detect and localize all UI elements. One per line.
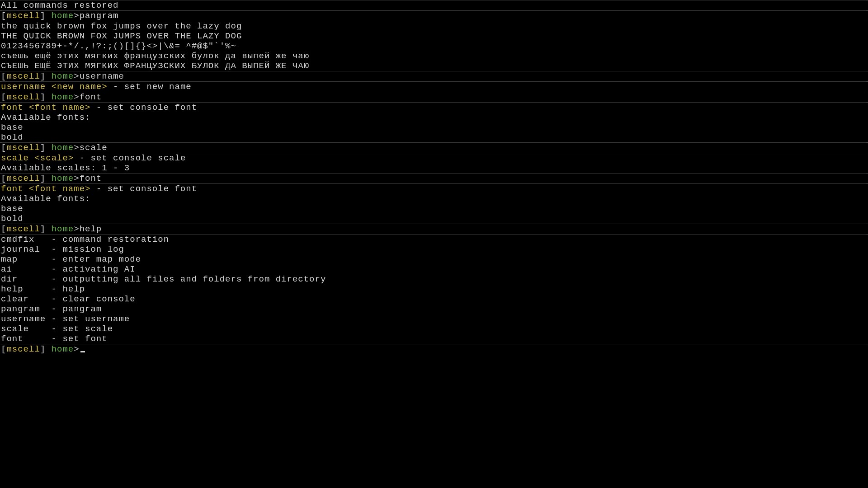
divider [0, 234, 868, 235]
font-usage: font <font name> - set console font Avai… [0, 184, 868, 224]
help-row: scale - set scale [1, 324, 868, 334]
divider [0, 92, 868, 92]
divider [0, 71, 868, 71]
status-restored: All commands restored [1, 0, 868, 10]
terminal[interactable]: All commands restored [mscell] home>pang… [0, 0, 868, 354]
command: username [80, 71, 124, 81]
divider [0, 173, 868, 174]
font-usage: font <font name> - set console font Avai… [0, 103, 868, 142]
command: pangram [80, 11, 119, 21]
divider [0, 81, 868, 82]
divider [0, 10, 868, 11]
prompt-line: [mscell] home>scale [1, 143, 868, 153]
divider [0, 21, 868, 21]
command: font [80, 92, 102, 102]
command: scale [80, 143, 108, 153]
help-row: clear - clear console [1, 294, 868, 304]
help-row: ai - activating AI [1, 264, 868, 274]
divider [0, 183, 868, 184]
help-row: journal - mission log [1, 244, 868, 254]
help-row: username - set username [1, 314, 868, 324]
scale-usage: scale <scale> - set console scale Availa… [0, 153, 868, 173]
divider [0, 102, 868, 103]
divider [0, 142, 868, 143]
help-row: font - set font [1, 334, 868, 344]
prompt-line: [mscell] home>username [1, 71, 868, 81]
prompt-line: [mscell] home>pangram [1, 11, 868, 21]
divider [0, 224, 868, 224]
divider [0, 153, 868, 153]
divider [0, 0, 868, 0]
prompt-line-active[interactable]: [mscell] home> [1, 344, 868, 354]
divider [0, 344, 868, 344]
help-row: help - help [1, 284, 868, 294]
help-row: map - enter map mode [1, 254, 868, 264]
cursor-icon [80, 351, 85, 352]
help-row: pangram - pangram [1, 304, 868, 314]
help-row: dir - outputting all files and folders f… [1, 274, 868, 284]
help-row: cmdfix - command restoration [1, 235, 868, 244]
help-output: cmdfix - command restorationjournal - mi… [0, 235, 868, 344]
username-usage: username <new name> - set new name [0, 82, 868, 92]
prompt-line: [mscell] home>font [1, 92, 868, 102]
prompt-line: [mscell] home>font [1, 174, 868, 183]
prompt-line: [mscell] home>help [1, 224, 868, 234]
command: help [80, 224, 102, 234]
pangram-output: the quick brown fox jumps over the lazy … [0, 21, 868, 71]
command: font [80, 174, 102, 183]
